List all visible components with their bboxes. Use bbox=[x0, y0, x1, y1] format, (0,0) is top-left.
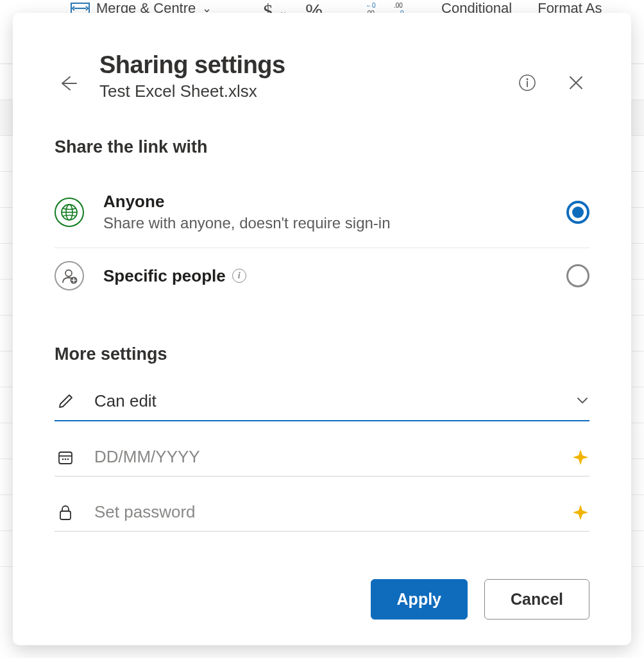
share-link-with-heading: Share the link with bbox=[55, 137, 589, 157]
chevron-down-icon bbox=[575, 393, 589, 410]
svg-rect-14 bbox=[59, 452, 72, 464]
radio-specific-people[interactable] bbox=[566, 264, 589, 287]
svg-point-7 bbox=[527, 78, 529, 80]
globe-icon bbox=[55, 198, 84, 227]
permission-dropdown[interactable]: Can edit bbox=[55, 380, 589, 421]
svg-text:←0: ←0 bbox=[366, 2, 376, 9]
sharing-settings-dialog: Sharing settings Test Excel Sheet.xlsx S… bbox=[13, 13, 631, 645]
share-scope-options: Anyone Share with anyone, doesn't requir… bbox=[55, 179, 589, 306]
password-input[interactable] bbox=[94, 502, 554, 522]
back-button[interactable] bbox=[55, 71, 80, 96]
arrow-left-icon bbox=[57, 73, 78, 94]
svg-point-17 bbox=[65, 458, 67, 460]
share-option-anyone-title: Anyone bbox=[103, 192, 547, 212]
expiry-date-row bbox=[55, 435, 589, 477]
share-option-specific-people[interactable]: Specific people i bbox=[55, 248, 589, 306]
people-add-icon bbox=[55, 261, 84, 291]
svg-text:.00: .00 bbox=[394, 2, 403, 9]
svg-point-18 bbox=[67, 458, 69, 460]
close-icon bbox=[568, 75, 584, 90]
premium-sparkle-icon bbox=[572, 448, 589, 466]
apply-button[interactable]: Apply bbox=[371, 579, 468, 620]
info-icon bbox=[518, 74, 536, 92]
share-option-specific-title: Specific people bbox=[103, 266, 226, 286]
dialog-title: Sharing settings bbox=[99, 51, 495, 79]
calendar-icon bbox=[55, 448, 76, 466]
close-button[interactable] bbox=[563, 69, 589, 96]
svg-rect-19 bbox=[60, 511, 71, 519]
specific-people-info-icon[interactable]: i bbox=[232, 269, 246, 283]
expiry-date-input[interactable] bbox=[94, 447, 554, 467]
svg-point-12 bbox=[65, 270, 72, 276]
share-option-anyone-desc: Share with anyone, doesn't require sign-… bbox=[103, 214, 547, 232]
svg-rect-0 bbox=[71, 3, 89, 13]
password-row bbox=[55, 491, 589, 532]
lock-icon bbox=[55, 503, 76, 521]
premium-sparkle-icon bbox=[572, 503, 589, 521]
permission-label: Can edit bbox=[94, 391, 557, 411]
info-button[interactable] bbox=[514, 69, 541, 96]
svg-point-16 bbox=[62, 458, 64, 460]
pencil-icon bbox=[55, 392, 76, 410]
dialog-subtitle: Test Excel Sheet.xlsx bbox=[99, 81, 495, 101]
radio-anyone[interactable] bbox=[566, 201, 589, 224]
more-settings-heading: More settings bbox=[55, 344, 589, 364]
share-option-anyone[interactable]: Anyone Share with anyone, doesn't requir… bbox=[55, 179, 589, 248]
cancel-button[interactable]: Cancel bbox=[484, 579, 589, 620]
